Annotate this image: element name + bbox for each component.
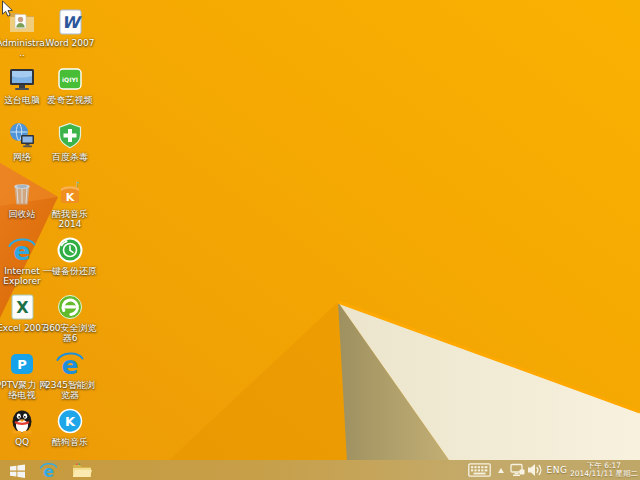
file-explorer-icon (72, 462, 92, 479)
svg-text:K: K (65, 414, 76, 429)
desktop-icon-network[interactable]: 网络 (0, 121, 49, 162)
internet-explorer-icon: e (39, 461, 58, 480)
network-globe-icon (7, 121, 37, 151)
desktop: Administra... W Word 2007 这台电脑 (0, 0, 640, 480)
taskbar-ie-button[interactable]: e (35, 460, 61, 480)
windows-logo-icon (9, 463, 26, 478)
desktop-icon-recycle-bin[interactable]: 回收站 (0, 178, 49, 219)
desktop-icon-iqiyi-video[interactable]: iQIYI 爱奇艺视频 (43, 64, 97, 105)
desktop-icon-qq[interactable]: QQ (0, 406, 49, 447)
desktop-icon-one-key-backup[interactable]: 一键备份还原 (43, 235, 97, 276)
show-hidden-icons-button[interactable] (494, 460, 508, 480)
speaker-icon (527, 463, 543, 477)
start-button[interactable] (4, 460, 30, 480)
taskbar: e (0, 460, 640, 480)
desktop-icon-label: 一键备份还原 (43, 266, 97, 276)
computer-icon (7, 64, 37, 94)
qq-penguin-icon (7, 406, 37, 436)
desktop-icon-label: 爱奇艺视频 (43, 95, 97, 105)
2345-browser-icon: e (55, 349, 85, 379)
desktop-icon-label: 2345智能浏览器 (43, 380, 97, 400)
desktop-icon-pptv[interactable]: P PPTV聚力 网络电视 (0, 349, 49, 400)
svg-text:P: P (17, 357, 27, 372)
desktop-icon-label: Word 2007 (43, 38, 97, 48)
kugou-music-icon: K (55, 406, 85, 436)
desktop-icon-label: 酷狗音乐 (43, 437, 97, 447)
desktop-icon-label: Excel 2007 (0, 323, 49, 333)
svg-text:iQIYI: iQIYI (62, 76, 78, 83)
360-browser-icon (55, 292, 85, 322)
iqiyi-icon: iQIYI (55, 64, 85, 94)
desktop-icon-2345-browser[interactable]: e 2345智能浏览器 (43, 349, 97, 400)
touch-keyboard-button[interactable] (466, 460, 493, 480)
desktop-icon-kugou-music[interactable]: K 酷狗音乐 (43, 406, 97, 447)
network-tray-button[interactable] (508, 460, 526, 480)
desktop-icon-internet-explorer[interactable]: e Internet Explorer (0, 235, 49, 286)
desktop-icon-label: 这台电脑 (0, 95, 49, 105)
desktop-icon-label: PPTV聚力 网络电视 (0, 380, 49, 400)
volume-tray-button[interactable] (526, 460, 544, 480)
desktop-icon-this-pc[interactable]: 这台电脑 (0, 64, 49, 105)
network-status-icon (510, 463, 525, 477)
desktop-icon-label: 360安全浏览器6 (43, 323, 97, 343)
desktop-icon-label: Internet Explorer (0, 266, 49, 286)
desktop-icon-360-browser[interactable]: 360安全浏览器6 (43, 292, 97, 343)
svg-text:X: X (16, 298, 29, 317)
desktop-icon-label: 网络 (0, 152, 49, 162)
tray-date: 2014/11/11 星期二 (570, 470, 638, 478)
recycle-bin-icon (7, 178, 37, 208)
chevron-up-icon (498, 468, 504, 473)
tray-clock[interactable]: 下午 6:17 2014/11/11 星期二 (570, 460, 638, 480)
desktop-icon-baidu-antivirus[interactable]: 百度杀毒 (43, 121, 97, 162)
shield-icon (55, 121, 85, 151)
internet-explorer-icon: e (7, 235, 37, 265)
excel-icon: X (7, 292, 37, 322)
taskbar-explorer-button[interactable] (69, 460, 95, 480)
desktop-icon-word-2007[interactable]: W Word 2007 (43, 7, 97, 48)
backup-restore-clock-icon (55, 235, 85, 265)
desktop-icon-excel-2007[interactable]: X Excel 2007 (0, 292, 49, 333)
word-icon: W (55, 7, 85, 37)
desktop-icon-label: Administra... (0, 38, 49, 58)
mouse-cursor (1, 0, 14, 19)
desktop-icon-label: 百度杀毒 (43, 152, 97, 162)
kuwo-music-icon: ♪ K (55, 178, 85, 208)
desktop-icon-label: 回收站 (0, 209, 49, 219)
desktop-icon-kuwo-music[interactable]: ♪ K 酷我音乐 2014 (43, 178, 97, 229)
desktop-icon-label: QQ (0, 437, 49, 447)
pptv-icon: P (7, 349, 37, 379)
desktop-icon-label: 酷我音乐 2014 (43, 209, 97, 229)
language-indicator[interactable]: ENG (544, 460, 570, 480)
svg-text:K: K (66, 191, 75, 204)
keyboard-icon (468, 463, 491, 477)
